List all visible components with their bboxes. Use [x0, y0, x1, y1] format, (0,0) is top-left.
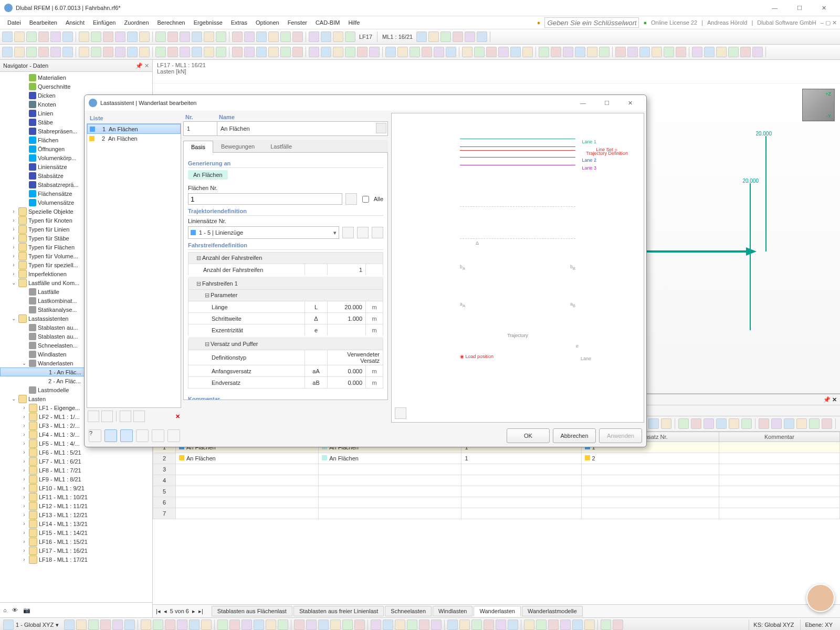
dialog-titlebar[interactable]: Lastassistent | Wanderlast bearbeiten — …: [85, 95, 646, 111]
toolbar-icon[interactable]: [333, 32, 343, 42]
eye-icon[interactable]: 👁: [12, 607, 18, 613]
tree-node[interactable]: ›LF13 - ML1 : 12/21: [0, 510, 152, 519]
toolbar-icon[interactable]: [180, 47, 190, 57]
menu-einfügen[interactable]: Einfügen: [89, 18, 120, 27]
toolbar-icon[interactable]: [345, 47, 355, 57]
menu-datei[interactable]: Datei: [3, 18, 25, 27]
nr-field[interactable]: 1: [183, 121, 219, 136]
toolbar-icon[interactable]: [385, 47, 396, 57]
toolbar-icon[interactable]: [716, 418, 727, 429]
menu-fenster[interactable]: Fenster: [284, 18, 311, 27]
toolbar-icon[interactable]: [50, 32, 61, 42]
tree-node[interactable]: ›LF16 - ML1 : 15/21: [0, 537, 152, 546]
toolbar-icon[interactable]: [280, 47, 291, 57]
toolbar-icon[interactable]: [477, 32, 487, 42]
toolbar-icon[interactable]: [62, 32, 73, 42]
units-icon[interactable]: [104, 429, 117, 442]
toolbar-icon[interactable]: [64, 620, 75, 630]
toolbar-icon[interactable]: [91, 47, 101, 57]
menu-ergebnisse[interactable]: Ergebnisse: [190, 18, 227, 27]
toolbar-icon[interactable]: [572, 620, 583, 630]
view-cube[interactable]: +Z -Y: [802, 89, 835, 121]
toolbar-icon[interactable]: [419, 620, 429, 630]
toolbar-icon[interactable]: [615, 47, 626, 57]
toolbar-icon[interactable]: [416, 32, 427, 42]
pager-tab[interactable]: Wanderlasten: [474, 606, 520, 616]
toolbar-icon[interactable]: [716, 47, 727, 57]
toolbar-icon[interactable]: [26, 47, 37, 57]
toolbar-icon[interactable]: [127, 32, 138, 42]
toolbar-icon[interactable]: [26, 32, 37, 42]
toolbar-icon[interactable]: [294, 620, 304, 630]
tree-node[interactable]: ›LF14 - ML1 : 13/21: [0, 519, 152, 528]
menu-extras[interactable]: Extras: [227, 18, 251, 27]
toolbar-icon[interactable]: [601, 620, 611, 630]
toolbar-icon[interactable]: [266, 620, 276, 630]
toolbar-icon[interactable]: [112, 620, 123, 630]
toolbar-icon[interactable]: [704, 418, 714, 429]
toolbar-icon[interactable]: [354, 620, 365, 630]
dialog-close-button[interactable]: ✕: [618, 96, 642, 110]
close-button[interactable]: ✕: [812, 1, 836, 15]
pager-last-icon[interactable]: ▸|: [198, 608, 203, 615]
tree-node[interactable]: Materialien: [0, 73, 152, 82]
toolbar-icon[interactable]: [410, 47, 420, 57]
toolbar-icon[interactable]: [139, 32, 150, 42]
tool-icon[interactable]: [3, 620, 14, 630]
toolbar-icon[interactable]: [345, 32, 355, 42]
toolbar-icon[interactable]: [124, 620, 135, 630]
mode2-icon[interactable]: [136, 429, 149, 442]
toolbar-icon[interactable]: [560, 620, 571, 630]
toolbar-icon[interactable]: [729, 418, 739, 429]
toolbar-icon[interactable]: [691, 418, 701, 429]
toolbar-icon[interactable]: [14, 32, 25, 42]
tree-node[interactable]: ›LF15 - ML1 : 14/21: [0, 528, 152, 537]
tree-node[interactable]: ›LF10 - ML1 : 9/21: [0, 484, 152, 492]
table-row[interactable]: 5: [153, 486, 840, 497]
toolbar-icon[interactable]: [268, 32, 279, 42]
list-tool2-icon[interactable]: [133, 411, 145, 422]
toolbar-icon[interactable]: [471, 620, 482, 630]
toolbar-icon[interactable]: [584, 620, 595, 630]
tree-node[interactable]: ›LF17 - ML1 : 16/21: [0, 546, 152, 555]
toolbar-icon[interactable]: [357, 47, 368, 57]
toolbar-icon[interactable]: [371, 620, 381, 630]
menu-berechnen[interactable]: Berechnen: [153, 18, 190, 27]
table-row[interactable]: 3: [153, 464, 840, 475]
script-icon[interactable]: [167, 429, 180, 442]
toolbar-icon[interactable]: [79, 47, 89, 57]
toolbar-icon[interactable]: [548, 620, 559, 630]
keyword-search[interactable]: [544, 17, 639, 28]
data-grid[interactable]: Nr.NameTypFlächen Nr.Liniensatz Nr.Komme…: [153, 432, 840, 604]
toolbar-icon[interactable]: [103, 47, 113, 57]
toolbar-icon[interactable]: [822, 418, 832, 429]
toolbar-icon[interactable]: [115, 32, 125, 42]
camera-icon[interactable]: 📷: [23, 607, 30, 614]
toolbar-icon[interactable]: [14, 47, 25, 57]
toolbar-icon[interactable]: [395, 620, 405, 630]
tree-node[interactable]: ›LF8 - ML1 : 7/21: [0, 466, 152, 475]
toolbar-icon[interactable]: [692, 47, 702, 57]
toolbar-icon[interactable]: [599, 47, 610, 57]
toolbar-icon[interactable]: [771, 418, 782, 429]
toolbar-icon[interactable]: [784, 418, 794, 429]
toolbar-icon[interactable]: [278, 620, 288, 630]
mode1-icon[interactable]: [120, 429, 133, 442]
pager-tab[interactable]: Stablasten aus Flächenlast: [212, 606, 292, 616]
toolbar-icon[interactable]: [165, 620, 175, 630]
toolbar-icon[interactable]: [740, 47, 751, 57]
toolbar-icon[interactable]: [292, 47, 303, 57]
list-item[interactable]: 2An Flächen: [87, 134, 181, 143]
toolbar-icon[interactable]: [268, 47, 279, 57]
dialog-maximize-button[interactable]: ☐: [595, 96, 618, 110]
toolbar-icon[interactable]: [446, 47, 456, 57]
toolbar-icon[interactable]: [309, 32, 319, 42]
table-row[interactable]: 4: [153, 475, 840, 486]
table-row[interactable]: 6: [153, 497, 840, 508]
toolbar-icon[interactable]: [652, 47, 662, 57]
toolbar-icon[interactable]: [333, 47, 343, 57]
toolbar-icon[interactable]: [127, 47, 138, 57]
toolbar-icon[interactable]: [192, 32, 202, 42]
toolbar-icon[interactable]: [167, 47, 178, 57]
toolbar-icon[interactable]: [342, 620, 353, 630]
